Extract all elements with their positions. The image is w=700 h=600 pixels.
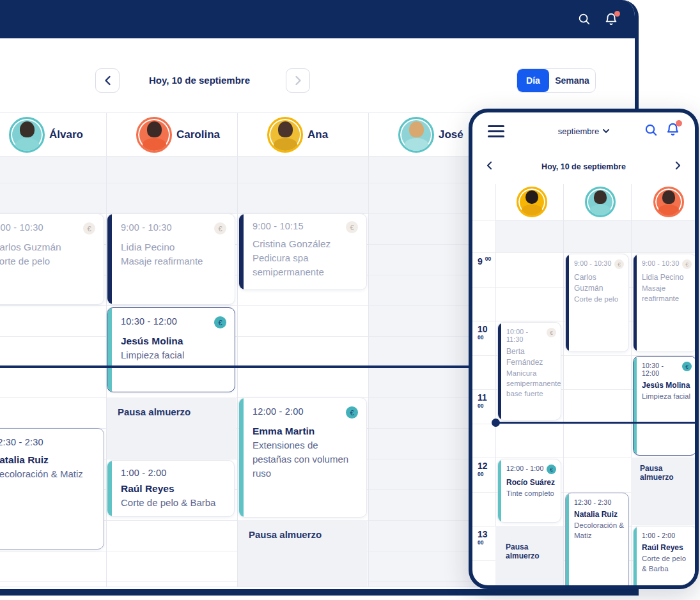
appointment-card-jesus[interactable]: 10:30 - 12:00 € Jesús Molina Limpieza fa… — [633, 356, 697, 456]
appointment-time: 9:00 - 10:15 — [253, 221, 304, 231]
client-name: Berta Fernández — [506, 346, 556, 368]
appointment-card-cristina[interactable]: 9:00 - 10:15 € Cristina González Pedicur… — [238, 213, 367, 290]
client-name: Carlos Guzmán — [574, 272, 624, 294]
client-name: Jesús Molina — [121, 334, 226, 348]
next-day-button[interactable] — [675, 161, 681, 173]
euro-paid-icon: € — [614, 259, 624, 269]
appointment-card-raul[interactable]: 1:00 - 2:00 Raúl Reyes Corte de pelo & B… — [107, 460, 235, 517]
column-divider — [237, 112, 238, 587]
search-icon[interactable] — [644, 123, 658, 140]
service-name: Tinte completo — [506, 488, 556, 498]
bell-icon[interactable] — [603, 11, 619, 27]
column-divider — [563, 184, 564, 585]
staff-header-alvaro[interactable]: Álvaro — [9, 116, 83, 153]
chevron-down-icon — [603, 129, 609, 133]
staff-name: Álvaro — [49, 128, 83, 141]
appointment-card-natalia[interactable]: 12:30 - 2:30 Natalia Ruiz Decoloración &… — [565, 493, 629, 589]
client-name: Jesús Molina — [642, 380, 692, 391]
appointment-card-carlos[interactable]: 9:00 - 10:30 € Carlos Guzmán Corte de pe… — [0, 213, 104, 305]
appointment-card-lidia[interactable]: 9:00 - 10:30 € Lidia Pecino Masaje reafi… — [107, 213, 235, 305]
notification-badge — [676, 120, 682, 127]
appointment-time: 12:00 - 2:00 — [253, 406, 304, 417]
next-day-button[interactable] — [286, 68, 310, 93]
current-date-label: Hoy, 10 de septiembre — [120, 68, 279, 93]
service-name: Masaje reafirmante — [121, 254, 226, 268]
euro-paid-icon: € — [214, 316, 226, 328]
appointment-time: 9:00 - 10:30 — [121, 222, 172, 233]
staff-header-carolina[interactable]: Carolina — [136, 116, 220, 153]
service-name: Manicura semipermanente base fuerte — [506, 368, 556, 399]
desktop-bottom-bar — [0, 589, 635, 596]
appointment-time: 1:00 - 2:00 — [121, 468, 167, 478]
euro-paid-icon: € — [346, 221, 358, 233]
lunch-break-ana: Pausa almuerzo — [238, 520, 368, 587]
staff-avatar-carolina[interactable] — [653, 187, 684, 217]
service-name: Decoloración & Matiz — [574, 520, 624, 541]
column-divider — [368, 112, 369, 587]
avatar — [267, 117, 303, 153]
service-name: Decoloración & Matiz — [0, 467, 95, 481]
client-name: Lidia Pecino — [642, 272, 692, 283]
desktop-top-bar — [0, 0, 635, 38]
before-hours-zone — [495, 220, 695, 252]
staff-header-jose[interactable]: José — [398, 116, 463, 153]
month-label: septiembre — [558, 127, 599, 136]
hour-label: 12 00 — [478, 461, 494, 482]
staff-avatar-alvaro[interactable] — [585, 187, 616, 217]
appointment-card-natalia[interactable]: 12:30 - 2:30 Natalia Ruiz Decoloración &… — [0, 428, 104, 550]
hour-label: 10 00 — [478, 324, 494, 345]
service-name: Extensiones de pestañas con volumen ruso — [253, 438, 358, 480]
service-name: Corte de pelo & Barba — [642, 553, 692, 574]
euro-paid-icon: € — [682, 362, 692, 371]
month-dropdown[interactable]: septiembre — [472, 125, 695, 137]
staff-name: Ana — [307, 128, 328, 141]
hour-label: 9 00 — [478, 256, 494, 266]
appointment-time: 12:00 - 1:00 — [506, 465, 543, 472]
appointment-card-raul[interactable]: 1:00 - 2:00 Raúl Reyes Corte de pelo & B… — [633, 526, 697, 589]
appointment-time: 10:30 - 12:00 — [642, 362, 682, 377]
appointment-time: 10:00 - 11:30 — [506, 328, 547, 343]
view-toggle: Día Semana — [517, 68, 596, 93]
staff-header-ana[interactable]: Ana — [267, 116, 328, 153]
toggle-day-button[interactable]: Día — [517, 69, 549, 92]
staff-name: Carolina — [176, 128, 220, 141]
staff-avatar-1[interactable] — [517, 187, 547, 217]
notification-badge — [614, 11, 620, 17]
appointment-time: 12:30 - 2:30 — [574, 498, 611, 506]
appointment-time: 12:30 - 2:30 — [0, 437, 43, 447]
appointment-card-lidia[interactable]: 9:00 - 10:30 € Lidia Pecino Masaje reafi… — [633, 254, 697, 352]
search-icon[interactable] — [576, 11, 593, 27]
euro-paid-icon: € — [682, 259, 692, 269]
staff-avatar-row — [472, 184, 695, 220]
current-time-indicator — [495, 422, 695, 424]
lunch-break-label: Pausa almuerzo — [506, 542, 540, 560]
client-name: Rocío Suárez — [506, 477, 556, 488]
client-name: Natalia Ruiz — [574, 509, 624, 520]
client-name: Raúl Reyes — [121, 482, 226, 496]
appointment-time: 9:00 - 10:30 — [0, 222, 43, 233]
service-name: Pedicura spa semipermanente — [253, 251, 358, 279]
toggle-week-button[interactable]: Semana — [549, 69, 595, 92]
avatar — [398, 117, 434, 153]
appointment-card-jesus[interactable]: 10:30 - 12:00 € Jesús Molina Limpieza fa… — [107, 307, 235, 392]
appointment-card-rocio[interactable]: 12:00 - 1:00 € Rocío Suárez Tinte comple… — [497, 459, 561, 523]
avatar — [9, 117, 45, 153]
staff-name: José — [439, 128, 463, 141]
service-name: Corte de pelo & Barba — [121, 496, 226, 510]
client-name: Cristina González — [253, 237, 358, 251]
appointment-card-emma[interactable]: 12:00 - 2:00 € Emma Martin Extensiones d… — [238, 397, 367, 518]
service-name: Corte de pelo — [574, 294, 624, 304]
service-name: Masaje reafirmante — [642, 283, 692, 304]
appointment-card-carlos[interactable]: 9:00 - 10:30 € Carlos Guzmán Corte de pe… — [565, 254, 629, 352]
euro-paid-icon: € — [83, 222, 95, 235]
prev-day-button[interactable] — [95, 68, 120, 93]
lunch-break-label: Pausa almuerzo — [249, 529, 322, 540]
appointment-time: 9:00 - 10:30 — [574, 259, 611, 267]
service-name: Limpieza facial — [642, 391, 692, 401]
service-name: Limpieza facial — [121, 348, 226, 362]
appointment-card-berta[interactable]: 10:00 - 11:30 € Berta Fernández Manicura… — [497, 322, 561, 420]
column-divider — [495, 184, 496, 585]
mobile-calendar-app: septiembre Hoy, 10 de septiembre — [469, 109, 699, 589]
euro-paid-icon: € — [346, 406, 358, 419]
client-name: Carlos Guzmán — [0, 240, 95, 254]
